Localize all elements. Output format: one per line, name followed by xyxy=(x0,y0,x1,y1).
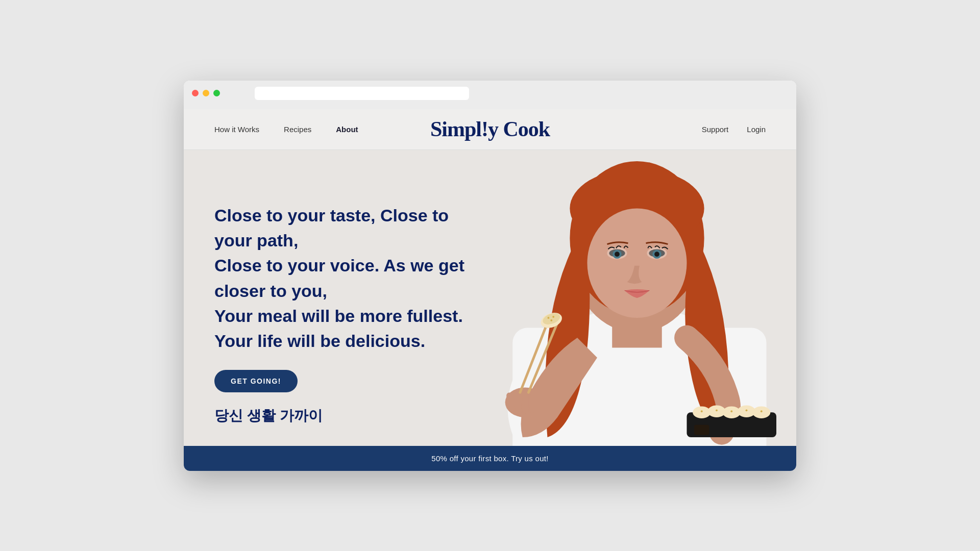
cta-button[interactable]: GET GOING! xyxy=(214,370,298,392)
svg-point-34 xyxy=(701,410,703,412)
browser-tabs xyxy=(192,105,788,109)
svg-point-36 xyxy=(730,410,732,412)
svg-rect-19 xyxy=(523,391,529,413)
svg-point-25 xyxy=(548,317,550,319)
hero-headline: Close to your taste, Close to your path,… xyxy=(214,203,490,354)
site-logo[interactable]: Simpl!y Cook xyxy=(430,117,550,141)
svg-point-35 xyxy=(716,409,718,411)
svg-point-7 xyxy=(587,208,687,318)
svg-rect-39 xyxy=(694,424,709,435)
nav-right: Support Login xyxy=(702,125,766,134)
browser-controls xyxy=(192,87,788,100)
minimize-button[interactable] xyxy=(203,90,209,96)
maximize-button[interactable] xyxy=(213,90,220,96)
nav-support[interactable]: Support xyxy=(702,125,729,134)
nav-left: How it Works Recipes About xyxy=(214,125,358,134)
svg-point-27 xyxy=(550,319,552,321)
hero-section: Close to your taste, Close to your path,… xyxy=(184,150,796,446)
svg-point-15 xyxy=(654,252,659,257)
close-button[interactable] xyxy=(192,90,199,96)
browser-window: How it Works Recipes About Simpl!y Cook … xyxy=(184,81,796,471)
site-wrapper: How it Works Recipes About Simpl!y Cook … xyxy=(184,109,796,471)
promo-banner: 50% off your first box. Try us out! xyxy=(184,446,796,471)
korean-text: 당신 생활 가까이 xyxy=(214,406,323,425)
svg-point-37 xyxy=(746,409,748,411)
svg-point-14 xyxy=(615,252,620,257)
nav-how-it-works[interactable]: How it Works xyxy=(214,125,259,134)
nav-recipes[interactable]: Recipes xyxy=(284,125,311,134)
browser-chrome xyxy=(184,81,796,109)
promo-text: 50% off your first box. Try us out! xyxy=(431,454,549,463)
hero-content: Close to your taste, Close to your path,… xyxy=(184,203,521,393)
nav-about[interactable]: About xyxy=(336,125,358,134)
nav-login[interactable]: Login xyxy=(747,125,766,134)
address-bar[interactable] xyxy=(255,87,469,100)
svg-point-26 xyxy=(552,316,554,318)
svg-point-38 xyxy=(761,410,763,412)
navbar: How it Works Recipes About Simpl!y Cook … xyxy=(184,109,796,150)
